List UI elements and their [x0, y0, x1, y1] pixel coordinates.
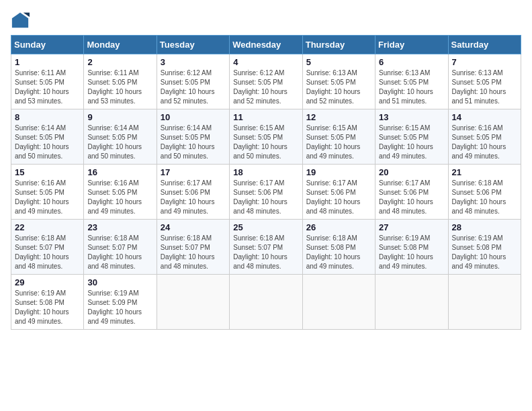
- day-number: 8: [15, 112, 80, 122]
- calendar-week-1: 1Sunrise: 6:11 AM Sunset: 5:05 PM Daylig…: [11, 54, 521, 109]
- day-number: 26: [306, 222, 371, 232]
- calendar-cell: 28Sunrise: 6:19 AM Sunset: 5:08 PM Dayli…: [448, 220, 521, 275]
- calendar-cell: 24Sunrise: 6:18 AM Sunset: 5:07 PM Dayli…: [157, 220, 229, 275]
- header-saturday: Saturday: [448, 36, 521, 54]
- day-info: Sunrise: 6:12 AM Sunset: 5:05 PM Dayligh…: [161, 68, 226, 106]
- day-info: Sunrise: 6:13 AM Sunset: 5:05 PM Dayligh…: [306, 68, 371, 106]
- calendar-cell: 14Sunrise: 6:16 AM Sunset: 5:05 PM Dayli…: [448, 109, 521, 165]
- day-number: 6: [379, 57, 444, 67]
- calendar-cell: 3Sunrise: 6:12 AM Sunset: 5:05 PM Daylig…: [157, 54, 229, 109]
- calendar-cell: 12Sunrise: 6:15 AM Sunset: 5:05 PM Dayli…: [302, 109, 375, 165]
- calendar-cell: 6Sunrise: 6:13 AM Sunset: 5:05 PM Daylig…: [375, 54, 448, 109]
- day-number: 5: [306, 57, 371, 67]
- day-info: Sunrise: 6:17 AM Sunset: 5:06 PM Dayligh…: [161, 179, 226, 216]
- day-number: 18: [233, 167, 298, 177]
- calendar-cell: 27Sunrise: 6:19 AM Sunset: 5:08 PM Dayli…: [375, 220, 448, 275]
- calendar-cell: [230, 275, 302, 330]
- day-info: Sunrise: 6:14 AM Sunset: 5:05 PM Dayligh…: [161, 124, 226, 161]
- calendar-week-5: 29Sunrise: 6:19 AM Sunset: 5:08 PM Dayli…: [11, 275, 521, 330]
- day-number: 2: [87, 57, 152, 67]
- calendar-cell: 4Sunrise: 6:12 AM Sunset: 5:05 PM Daylig…: [230, 54, 302, 109]
- calendar-cell: 13Sunrise: 6:15 AM Sunset: 5:05 PM Dayli…: [375, 109, 448, 165]
- day-info: Sunrise: 6:19 AM Sunset: 5:09 PM Dayligh…: [87, 289, 152, 326]
- logo: [11, 11, 32, 30]
- calendar-cell: 26Sunrise: 6:18 AM Sunset: 5:08 PM Dayli…: [302, 220, 375, 275]
- calendar-cell: 11Sunrise: 6:15 AM Sunset: 5:05 PM Dayli…: [230, 109, 302, 165]
- calendar-cell: 20Sunrise: 6:17 AM Sunset: 5:06 PM Dayli…: [375, 165, 448, 220]
- calendar-cell: 21Sunrise: 6:18 AM Sunset: 5:06 PM Dayli…: [448, 165, 521, 220]
- header-wednesday: Wednesday: [230, 36, 302, 54]
- svg-marker-0: [12, 13, 28, 28]
- day-number: 30: [87, 277, 152, 287]
- calendar-cell: 2Sunrise: 6:11 AM Sunset: 5:05 PM Daylig…: [84, 54, 157, 109]
- calendar-cell: 30Sunrise: 6:19 AM Sunset: 5:09 PM Dayli…: [84, 275, 157, 330]
- calendar-cell: 17Sunrise: 6:17 AM Sunset: 5:06 PM Dayli…: [157, 165, 229, 220]
- day-info: Sunrise: 6:18 AM Sunset: 5:06 PM Dayligh…: [452, 179, 517, 216]
- day-number: 10: [161, 112, 226, 122]
- day-info: Sunrise: 6:17 AM Sunset: 5:06 PM Dayligh…: [233, 179, 298, 216]
- calendar-cell: 9Sunrise: 6:14 AM Sunset: 5:05 PM Daylig…: [84, 109, 157, 165]
- day-info: Sunrise: 6:16 AM Sunset: 5:05 PM Dayligh…: [15, 179, 80, 216]
- day-info: Sunrise: 6:11 AM Sunset: 5:05 PM Dayligh…: [15, 68, 80, 106]
- day-number: 1: [15, 57, 80, 67]
- header-sunday: Sunday: [11, 36, 84, 54]
- calendar-cell: [302, 275, 375, 330]
- calendar-cell: [375, 275, 448, 330]
- day-info: Sunrise: 6:17 AM Sunset: 5:06 PM Dayligh…: [306, 179, 371, 216]
- day-number: 28: [452, 222, 517, 232]
- day-info: Sunrise: 6:16 AM Sunset: 5:05 PM Dayligh…: [87, 179, 152, 216]
- day-number: 3: [161, 57, 226, 67]
- day-number: 12: [306, 112, 371, 122]
- day-number: 13: [379, 112, 444, 122]
- calendar-cell: 16Sunrise: 6:16 AM Sunset: 5:05 PM Dayli…: [84, 165, 157, 220]
- calendar-week-4: 22Sunrise: 6:18 AM Sunset: 5:07 PM Dayli…: [11, 220, 521, 275]
- day-info: Sunrise: 6:18 AM Sunset: 5:08 PM Dayligh…: [306, 234, 371, 271]
- calendar-week-2: 8Sunrise: 6:14 AM Sunset: 5:05 PM Daylig…: [11, 109, 521, 165]
- day-info: Sunrise: 6:19 AM Sunset: 5:08 PM Dayligh…: [452, 234, 517, 271]
- day-info: Sunrise: 6:18 AM Sunset: 5:07 PM Dayligh…: [87, 234, 152, 271]
- calendar-cell: 22Sunrise: 6:18 AM Sunset: 5:07 PM Dayli…: [11, 220, 84, 275]
- header-tuesday: Tuesday: [157, 36, 229, 54]
- day-number: 21: [452, 167, 517, 177]
- calendar-cell: [157, 275, 229, 330]
- day-info: Sunrise: 6:12 AM Sunset: 5:05 PM Dayligh…: [233, 68, 298, 106]
- day-info: Sunrise: 6:19 AM Sunset: 5:08 PM Dayligh…: [15, 289, 80, 326]
- day-number: 7: [452, 57, 517, 67]
- day-number: 20: [379, 167, 444, 177]
- day-number: 9: [87, 112, 152, 122]
- day-number: 27: [379, 222, 444, 232]
- calendar-cell: [448, 275, 521, 330]
- day-info: Sunrise: 6:15 AM Sunset: 5:05 PM Dayligh…: [379, 124, 444, 161]
- header-thursday: Thursday: [302, 36, 375, 54]
- calendar-table: SundayMondayTuesdayWednesdayThursdayFrid…: [11, 35, 521, 330]
- day-number: 11: [233, 112, 298, 122]
- day-info: Sunrise: 6:19 AM Sunset: 5:08 PM Dayligh…: [379, 234, 444, 271]
- day-number: 14: [452, 112, 517, 122]
- day-info: Sunrise: 6:18 AM Sunset: 5:07 PM Dayligh…: [15, 234, 80, 271]
- day-number: 16: [87, 167, 152, 177]
- header-friday: Friday: [375, 36, 448, 54]
- day-info: Sunrise: 6:18 AM Sunset: 5:07 PM Dayligh…: [161, 234, 226, 271]
- calendar-cell: 23Sunrise: 6:18 AM Sunset: 5:07 PM Dayli…: [84, 220, 157, 275]
- day-number: 23: [87, 222, 152, 232]
- day-number: 29: [15, 277, 80, 287]
- calendar-cell: 29Sunrise: 6:19 AM Sunset: 5:08 PM Dayli…: [11, 275, 84, 330]
- day-number: 17: [161, 167, 226, 177]
- day-info: Sunrise: 6:17 AM Sunset: 5:06 PM Dayligh…: [379, 179, 444, 216]
- day-info: Sunrise: 6:16 AM Sunset: 5:05 PM Dayligh…: [452, 124, 517, 161]
- calendar-cell: 10Sunrise: 6:14 AM Sunset: 5:05 PM Dayli…: [157, 109, 229, 165]
- header: [11, 11, 521, 30]
- day-number: 24: [161, 222, 226, 232]
- day-info: Sunrise: 6:13 AM Sunset: 5:05 PM Dayligh…: [379, 68, 444, 106]
- calendar-cell: 8Sunrise: 6:14 AM Sunset: 5:05 PM Daylig…: [11, 109, 84, 165]
- day-number: 25: [233, 222, 298, 232]
- calendar-cell: 5Sunrise: 6:13 AM Sunset: 5:05 PM Daylig…: [302, 54, 375, 109]
- day-info: Sunrise: 6:14 AM Sunset: 5:05 PM Dayligh…: [15, 124, 80, 161]
- day-info: Sunrise: 6:18 AM Sunset: 5:07 PM Dayligh…: [233, 234, 298, 271]
- header-monday: Monday: [84, 36, 157, 54]
- day-number: 19: [306, 167, 371, 177]
- day-info: Sunrise: 6:14 AM Sunset: 5:05 PM Dayligh…: [87, 124, 152, 161]
- logo-icon: [11, 11, 30, 30]
- calendar-cell: 18Sunrise: 6:17 AM Sunset: 5:06 PM Dayli…: [230, 165, 302, 220]
- day-info: Sunrise: 6:15 AM Sunset: 5:05 PM Dayligh…: [233, 124, 298, 161]
